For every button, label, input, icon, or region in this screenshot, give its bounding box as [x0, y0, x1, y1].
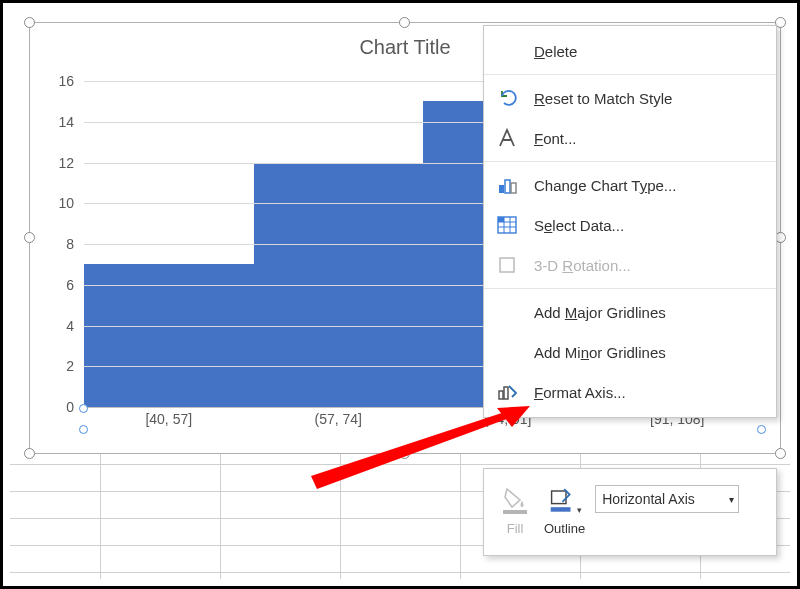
menu-item-label: 3-D Rotation... — [534, 257, 631, 274]
y-axis[interactable]: 0246810121416 — [44, 81, 82, 431]
chevron-down-icon: ▾ — [577, 505, 582, 515]
menu-item-select-data[interactable]: Select Data... — [484, 205, 776, 245]
svg-rect-8 — [498, 217, 504, 222]
select-data-icon — [494, 212, 520, 238]
menu-item-reset-to-match-style[interactable]: Reset to Match Style — [484, 78, 776, 118]
menu-separator — [484, 161, 776, 162]
menu-item-label: Format Axis... — [534, 384, 626, 401]
menu-item-add-minor-gridlines[interactable]: Add Minor Gridlines — [484, 332, 776, 372]
fill-tool: Fill — [498, 479, 532, 536]
svg-rect-10 — [499, 391, 503, 399]
reset-icon — [494, 85, 520, 111]
outline-label: Outline — [544, 521, 585, 536]
y-tick-label: 4 — [66, 318, 74, 334]
resize-handle[interactable] — [24, 448, 35, 459]
svg-rect-0 — [499, 185, 504, 193]
axis-selection-dot[interactable] — [79, 425, 88, 434]
format-axis-icon — [494, 379, 520, 405]
menu-item-label: Add Minor Gridlines — [534, 344, 666, 361]
menu-item-label: Change Chart Type... — [534, 177, 676, 194]
resize-handle[interactable] — [399, 448, 410, 459]
context-menu: DeleteReset to Match StyleFont...Change … — [483, 25, 777, 418]
y-tick-label: 8 — [66, 236, 74, 252]
menu-item-label: Select Data... — [534, 217, 624, 234]
y-tick-label: 2 — [66, 358, 74, 374]
resize-handle[interactable] — [24, 232, 35, 243]
outline-tool[interactable]: ▾ Outline — [544, 479, 585, 536]
menu-item-add-major-gridlines[interactable]: Add Major Gridlines — [484, 292, 776, 332]
font-icon — [494, 125, 520, 151]
histogram-bar[interactable] — [84, 264, 254, 407]
resize-handle[interactable] — [775, 448, 786, 459]
blank-icon — [494, 299, 520, 325]
menu-item-3-d-rotation: 3-D Rotation... — [484, 245, 776, 285]
blank-icon — [494, 339, 520, 365]
svg-rect-2 — [511, 183, 516, 193]
select-value: Horizontal Axis — [602, 491, 695, 507]
x-tick-label: [40, 57] — [145, 411, 192, 427]
y-tick-label: 10 — [58, 195, 74, 211]
y-tick-label: 12 — [58, 155, 74, 171]
svg-rect-13 — [551, 491, 565, 504]
svg-rect-11 — [504, 387, 508, 399]
svg-rect-12 — [503, 510, 527, 514]
x-tick-label: (57, 74] — [315, 411, 362, 427]
menu-item-format-axis[interactable]: Format Axis... — [484, 372, 776, 412]
y-tick-label: 0 — [66, 399, 74, 415]
svg-rect-1 — [505, 180, 510, 193]
svg-rect-14 — [550, 507, 570, 512]
y-tick-label: 6 — [66, 277, 74, 293]
chart-element-select[interactable]: Horizontal Axis ▾ — [595, 485, 739, 513]
menu-item-label: Reset to Match Style — [534, 90, 672, 107]
svg-rect-9 — [500, 258, 514, 272]
resize-handle[interactable] — [399, 17, 410, 28]
menu-item-label: Add Major Gridlines — [534, 304, 666, 321]
resize-handle[interactable] — [24, 17, 35, 28]
axis-selection-dot[interactable] — [79, 404, 88, 413]
blank-icon — [494, 38, 520, 64]
menu-item-font[interactable]: Font... — [484, 118, 776, 158]
mini-toolbar: Fill ▾ Outline Horizontal Axis ▾ — [483, 468, 777, 556]
rotation-icon — [494, 252, 520, 278]
outline-icon: ▾ — [548, 479, 582, 515]
menu-item-label: Font... — [534, 130, 577, 147]
fill-label: Fill — [507, 521, 524, 536]
chart-type-icon — [494, 172, 520, 198]
y-tick-label: 14 — [58, 114, 74, 130]
fill-icon — [498, 479, 532, 515]
menu-separator — [484, 288, 776, 289]
menu-item-label: Delete — [534, 43, 577, 60]
chevron-down-icon: ▾ — [729, 494, 734, 505]
menu-item-change-chart-type[interactable]: Change Chart Type... — [484, 165, 776, 205]
menu-separator — [484, 74, 776, 75]
y-tick-label: 16 — [58, 73, 74, 89]
menu-item-delete[interactable]: Delete — [484, 31, 776, 71]
axis-selection-dot[interactable] — [757, 425, 766, 434]
